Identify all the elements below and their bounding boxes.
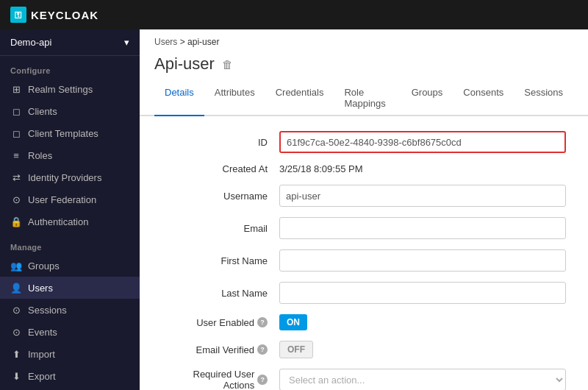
required-actions-label: Required User Actions ? <box>162 369 279 390</box>
realm-settings-icon: ⊞ <box>10 83 22 95</box>
username-row: Username <box>162 185 566 207</box>
required-actions-row: Required User Actions ? Select an action… <box>162 369 566 390</box>
roles-icon: ≡ <box>10 149 22 161</box>
sidebar-item-export[interactable]: ⬇ Export <box>0 365 140 387</box>
tab-groups[interactable]: Groups <box>401 81 453 116</box>
sidebar-item-label: Events <box>28 327 57 338</box>
sidebar-item-client-templates[interactable]: ◻ Client Templates <box>0 122 140 144</box>
id-label: ID <box>162 137 279 148</box>
last-name-label: Last Name <box>162 288 279 299</box>
email-verified-info-icon[interactable]: ? <box>257 344 268 355</box>
email-verified-toggle[interactable]: OFF <box>279 341 313 358</box>
email-verified-row: Email Verified ? OFF <box>162 341 566 358</box>
logo-icon: ⚿ <box>10 7 26 23</box>
sidebar-item-users[interactable]: 👤 Users <box>0 277 140 299</box>
created-at-row: Created At 3/25/18 8:09:55 PM <box>162 163 566 174</box>
delete-icon[interactable]: 🗑 <box>222 58 233 71</box>
email-row: Email <box>162 217 566 239</box>
authentication-icon: 🔒 <box>10 216 22 227</box>
breadcrumb-separator: > <box>180 37 187 47</box>
created-at-value: 3/25/18 8:09:55 PM <box>279 163 362 174</box>
user-enabled-toggle[interactable]: ON <box>279 314 307 330</box>
chevron-down-icon: ▾ <box>124 37 129 48</box>
id-input[interactable] <box>279 131 566 153</box>
tab-details[interactable]: Details <box>154 81 204 116</box>
sidebar-item-import[interactable]: ⬆ Import <box>0 343 140 365</box>
logo-text: KEYCLOAK <box>31 9 98 21</box>
sidebar-item-label: Identity Providers <box>28 172 101 183</box>
manage-section-label: Manage <box>0 233 140 255</box>
sidebar-item-events[interactable]: ⊙ Events <box>0 321 140 343</box>
breadcrumb-current: api-user <box>187 37 219 47</box>
sidebar-item-user-federation[interactable]: ⊙ User Federation <box>0 188 140 210</box>
username-input[interactable] <box>279 185 566 207</box>
sessions-icon: ⊙ <box>10 304 22 316</box>
required-actions-select[interactable]: Select an action... <box>279 369 566 390</box>
sidebar: Demo-api ▾ Configure ⊞ Realm Settings ◻ … <box>0 29 140 390</box>
last-name-input[interactable] <box>279 282 566 304</box>
email-verified-label: Email Verified ? <box>162 344 279 355</box>
last-name-row: Last Name <box>162 282 566 304</box>
sidebar-item-label: Import <box>28 349 55 360</box>
events-icon: ⊙ <box>10 326 22 338</box>
user-enabled-label: User Enabled ? <box>162 317 279 328</box>
sidebar-item-label: Sessions <box>28 305 67 316</box>
sidebar-item-label: User Federation <box>28 194 96 205</box>
username-label: Username <box>162 191 279 202</box>
tab-attributes[interactable]: Attributes <box>204 81 265 116</box>
first-name-input[interactable] <box>279 249 566 272</box>
export-icon: ⬇ <box>10 370 22 382</box>
sidebar-item-authentication[interactable]: 🔒 Authentication <box>0 210 140 233</box>
sidebar-item-roles[interactable]: ≡ Roles <box>0 144 140 166</box>
realm-selector[interactable]: Demo-api ▾ <box>0 29 140 56</box>
tab-sessions[interactable]: Sessions <box>514 81 573 116</box>
first-name-row: First Name <box>162 249 566 272</box>
sidebar-item-label: Client Templates <box>28 128 98 139</box>
created-at-label: Created At <box>162 163 279 174</box>
sidebar-item-label: Realm Settings <box>28 84 93 95</box>
breadcrumb-parent[interactable]: Users <box>154 37 177 47</box>
users-icon: 👤 <box>10 282 22 294</box>
form-area: ID Created At 3/25/18 8:09:55 PM Usernam… <box>140 116 588 390</box>
sidebar-item-clients[interactable]: ◻ Clients <box>0 100 140 122</box>
clients-icon: ◻ <box>10 105 22 117</box>
configure-section-label: Configure <box>0 56 140 78</box>
sidebar-item-realm-settings[interactable]: ⊞ Realm Settings <box>0 78 140 100</box>
client-templates-icon: ◻ <box>10 127 22 139</box>
breadcrumb: Users > api-user <box>140 29 588 50</box>
topbar: ⚿ KEYCLOAK <box>0 0 588 29</box>
sidebar-item-label: Authentication <box>28 216 88 227</box>
email-input[interactable] <box>279 217 566 239</box>
sidebar-item-identity-providers[interactable]: ⇄ Identity Providers <box>0 166 140 188</box>
realm-name: Demo-api <box>10 37 51 48</box>
main-content: Users > api-user Api-user 🗑 Details Attr… <box>140 29 588 390</box>
sidebar-item-groups[interactable]: 👥 Groups <box>0 255 140 277</box>
page-title: Api-user <box>154 54 215 74</box>
tab-credentials[interactable]: Credentials <box>265 81 334 116</box>
tab-role-mappings[interactable]: Role Mappings <box>334 81 401 116</box>
logo: ⚿ KEYCLOAK <box>10 7 98 23</box>
tabs: Details Attributes Credentials Role Mapp… <box>140 81 588 116</box>
id-row: ID <box>162 131 566 153</box>
sidebar-item-label: Clients <box>28 106 57 117</box>
email-label: Email <box>162 223 279 234</box>
user-enabled-info-icon[interactable]: ? <box>257 317 268 327</box>
sidebar-item-label: Export <box>28 371 56 382</box>
sidebar-item-label: Users <box>28 283 53 294</box>
groups-icon: 👥 <box>10 260 22 272</box>
import-icon: ⬆ <box>10 348 22 360</box>
sidebar-item-label: Roles <box>28 150 52 161</box>
sidebar-item-label: Groups <box>28 260 60 272</box>
identity-providers-icon: ⇄ <box>10 171 22 183</box>
required-actions-info-icon[interactable]: ? <box>257 375 268 385</box>
sidebar-item-sessions[interactable]: ⊙ Sessions <box>0 299 140 321</box>
first-name-label: First Name <box>162 255 279 266</box>
user-enabled-row: User Enabled ? ON <box>162 314 566 330</box>
tab-consents[interactable]: Consents <box>453 81 514 116</box>
user-federation-icon: ⊙ <box>10 194 22 205</box>
page-header: Api-user 🗑 <box>140 50 588 81</box>
